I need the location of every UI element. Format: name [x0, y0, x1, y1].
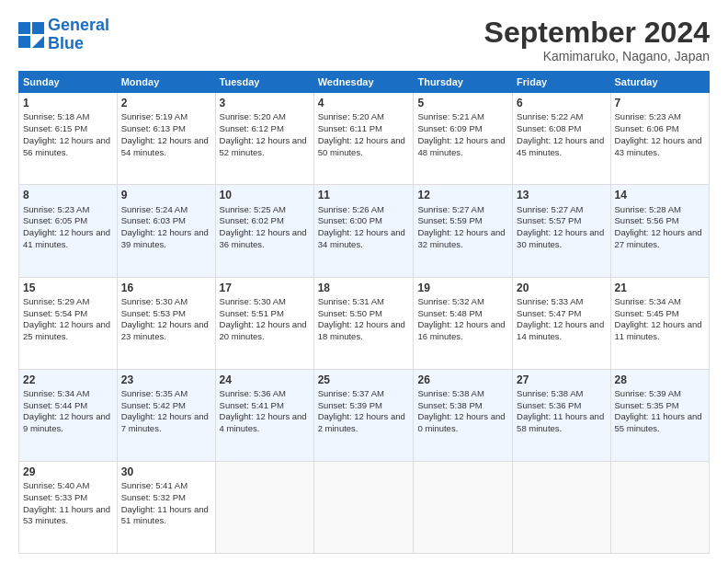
calendar-cell: 21Sunrise: 5:34 AMSunset: 5:45 PMDayligh…: [610, 277, 709, 369]
calendar-cell: 13Sunrise: 5:27 AMSunset: 5:57 PMDayligh…: [513, 185, 610, 277]
day-number: 1: [23, 96, 113, 110]
daylight-text: Daylight: 12 hours and 2 minutes.: [318, 411, 410, 435]
calendar-cell: [610, 461, 709, 553]
day-number: 6: [517, 96, 606, 110]
sunrise-text: Sunrise: 5:38 AM: [517, 388, 606, 400]
day-number: 23: [121, 373, 211, 387]
page: General Blue September 2024 Kamimaruko, …: [0, 0, 728, 563]
day-number: 12: [417, 188, 508, 202]
daylight-text: Daylight: 12 hours and 16 minutes.: [417, 319, 508, 343]
daylight-text: Daylight: 12 hours and 56 minutes.: [23, 135, 113, 159]
daylight-text: Daylight: 11 hours and 55 minutes.: [615, 411, 705, 435]
sunset-text: Sunset: 6:00 PM: [318, 215, 410, 227]
sunset-text: Sunset: 5:54 PM: [23, 308, 113, 320]
day-number: 24: [220, 373, 310, 387]
calendar-cell: 18Sunrise: 5:31 AMSunset: 5:50 PMDayligh…: [313, 277, 414, 369]
calendar-cell: 22Sunrise: 5:34 AMSunset: 5:44 PMDayligh…: [19, 369, 118, 461]
logo-line1: General: [48, 16, 109, 34]
daylight-text: Daylight: 12 hours and 23 minutes.: [121, 319, 211, 343]
sunrise-text: Sunrise: 5:30 AM: [220, 296, 310, 308]
daylight-text: Daylight: 11 hours and 51 minutes.: [121, 504, 211, 528]
svg-rect-1: [32, 22, 44, 34]
day-number: 20: [517, 281, 606, 295]
sunset-text: Sunset: 5:44 PM: [23, 400, 113, 412]
calendar-cell: 8Sunrise: 5:23 AMSunset: 6:05 PMDaylight…: [19, 185, 118, 277]
title-area: September 2024 Kamimaruko, Nagano, Japan: [484, 17, 710, 63]
location: Kamimaruko, Nagano, Japan: [484, 49, 710, 63]
calendar-cell: 29Sunrise: 5:40 AMSunset: 5:33 PMDayligh…: [19, 461, 118, 553]
col-friday: Friday: [513, 72, 610, 93]
sunset-text: Sunset: 6:02 PM: [220, 215, 310, 227]
day-number: 14: [615, 188, 705, 202]
sunset-text: Sunset: 5:41 PM: [220, 400, 310, 412]
calendar-cell: [313, 461, 414, 553]
sunset-text: Sunset: 5:45 PM: [615, 308, 705, 320]
daylight-text: Daylight: 12 hours and 14 minutes.: [517, 319, 606, 343]
calendar-row-1: 1Sunrise: 5:18 AMSunset: 6:15 PMDaylight…: [19, 93, 710, 185]
daylight-text: Daylight: 12 hours and 11 minutes.: [615, 319, 705, 343]
day-number: 22: [23, 373, 113, 387]
sunrise-text: Sunrise: 5:40 AM: [23, 480, 113, 492]
day-number: 19: [417, 281, 508, 295]
calendar-cell: 5Sunrise: 5:21 AMSunset: 6:09 PMDaylight…: [414, 93, 513, 185]
day-number: 15: [23, 281, 113, 295]
daylight-text: Daylight: 12 hours and 48 minutes.: [417, 135, 508, 159]
sunset-text: Sunset: 6:09 PM: [417, 123, 508, 135]
calendar-row-2: 8Sunrise: 5:23 AMSunset: 6:05 PMDaylight…: [19, 185, 710, 277]
calendar-cell: 26Sunrise: 5:38 AMSunset: 5:38 PMDayligh…: [414, 369, 513, 461]
sunrise-text: Sunrise: 5:31 AM: [318, 296, 410, 308]
day-number: 4: [318, 96, 410, 110]
header: General Blue September 2024 Kamimaruko, …: [18, 17, 710, 63]
sunrise-text: Sunrise: 5:22 AM: [517, 111, 606, 123]
col-saturday: Saturday: [610, 72, 709, 93]
calendar-cell: 25Sunrise: 5:37 AMSunset: 5:39 PMDayligh…: [313, 369, 414, 461]
svg-rect-2: [18, 36, 30, 48]
sunrise-text: Sunrise: 5:30 AM: [121, 296, 211, 308]
sunrise-text: Sunrise: 5:39 AM: [615, 388, 705, 400]
svg-rect-0: [18, 22, 30, 34]
svg-marker-3: [32, 36, 44, 48]
day-number: 8: [23, 188, 113, 202]
calendar-table: Sunday Monday Tuesday Wednesday Thursday…: [18, 71, 710, 554]
sunset-text: Sunset: 5:47 PM: [517, 308, 606, 320]
sunrise-text: Sunrise: 5:34 AM: [23, 388, 113, 400]
daylight-text: Daylight: 12 hours and 39 minutes.: [121, 227, 211, 251]
calendar-cell: [414, 461, 513, 553]
day-number: 3: [220, 96, 310, 110]
day-number: 29: [23, 465, 113, 479]
calendar-cell: 17Sunrise: 5:30 AMSunset: 5:51 PMDayligh…: [215, 277, 313, 369]
sunset-text: Sunset: 6:06 PM: [615, 123, 705, 135]
daylight-text: Daylight: 11 hours and 53 minutes.: [23, 504, 113, 528]
daylight-text: Daylight: 12 hours and 52 minutes.: [220, 135, 310, 159]
daylight-text: Daylight: 12 hours and 0 minutes.: [417, 411, 508, 435]
daylight-text: Daylight: 12 hours and 25 minutes.: [23, 319, 113, 343]
sunset-text: Sunset: 6:15 PM: [23, 123, 113, 135]
sunset-text: Sunset: 6:12 PM: [220, 123, 310, 135]
calendar-cell: [215, 461, 313, 553]
sunrise-text: Sunrise: 5:20 AM: [220, 111, 310, 123]
sunset-text: Sunset: 5:38 PM: [417, 400, 508, 412]
col-tuesday: Tuesday: [215, 72, 313, 93]
sunset-text: Sunset: 5:32 PM: [121, 492, 211, 504]
month-title: September 2024: [484, 17, 710, 49]
calendar-cell: 20Sunrise: 5:33 AMSunset: 5:47 PMDayligh…: [513, 277, 610, 369]
calendar-cell: 9Sunrise: 5:24 AMSunset: 6:03 PMDaylight…: [117, 185, 215, 277]
day-number: 26: [417, 373, 508, 387]
sunrise-text: Sunrise: 5:25 AM: [220, 204, 310, 216]
calendar-cell: 3Sunrise: 5:20 AMSunset: 6:12 PMDaylight…: [215, 93, 313, 185]
sunset-text: Sunset: 6:08 PM: [517, 123, 606, 135]
day-number: 10: [220, 188, 310, 202]
col-wednesday: Wednesday: [313, 72, 414, 93]
sunrise-text: Sunrise: 5:29 AM: [23, 296, 113, 308]
daylight-text: Daylight: 12 hours and 36 minutes.: [220, 227, 310, 251]
calendar-cell: 28Sunrise: 5:39 AMSunset: 5:35 PMDayligh…: [610, 369, 709, 461]
sunset-text: Sunset: 5:53 PM: [121, 308, 211, 320]
day-number: 13: [517, 188, 606, 202]
sunset-text: Sunset: 5:39 PM: [318, 400, 410, 412]
logo: General Blue: [18, 17, 109, 53]
daylight-text: Daylight: 12 hours and 41 minutes.: [23, 227, 113, 251]
sunrise-text: Sunrise: 5:38 AM: [417, 388, 508, 400]
daylight-text: Daylight: 12 hours and 18 minutes.: [318, 319, 410, 343]
calendar-cell: 1Sunrise: 5:18 AMSunset: 6:15 PMDaylight…: [19, 93, 118, 185]
daylight-text: Daylight: 12 hours and 54 minutes.: [121, 135, 211, 159]
